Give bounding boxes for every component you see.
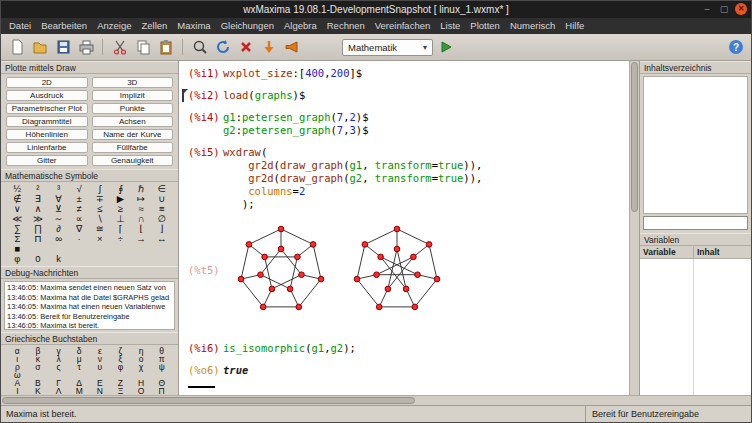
cell-label: (%o6) [179,364,223,377]
greek-letter-button[interactable]: φ [110,363,131,371]
close-button[interactable]: ✕ [735,3,747,15]
cursor-line[interactable] [188,386,215,388]
menu-hilfe[interactable]: Hilfe [560,18,589,34]
new-document-button[interactable] [6,37,27,58]
symbol-button[interactable]: ∞ [48,234,69,244]
find-button[interactable] [189,37,210,58]
cell-bracket[interactable] [182,90,187,102]
menu-numerisch[interactable]: Numerisch [505,18,560,34]
debug-log[interactable]: 13:46:05: Maxima sendet einen neuen Satz… [4,281,175,330]
menu-algebra[interactable]: Algebra [279,18,322,34]
paste-button[interactable] [155,37,176,58]
greek-letter-button[interactable]: χ [131,363,152,371]
draw-button-name-der-kurve[interactable]: Name der Kurve [92,129,174,140]
minimize-button[interactable]: – [701,3,713,15]
left-sidebar: Plotte mittels Draw 2D3DAusdruckImplizit… [1,61,179,395]
code-input[interactable]: wxplot_size:[400,200]$ [223,67,362,80]
draw-button-achsen[interactable]: Achsen [92,116,174,127]
symbol-button[interactable]: ↔ [151,234,172,244]
titlebar[interactable]: wxMaxima 19.08.1-DevelopmentSnapshot [ l… [1,1,751,18]
code-input[interactable]: is_isomorphic(g1,g2); [223,342,356,355]
code-cell[interactable]: (%i6)is_isomorphic(g1,g2); [179,342,629,355]
horizontal-scrollbar[interactable] [1,395,751,405]
menu-zellen[interactable]: Zellen [136,18,172,34]
symbol-button[interactable]: ÷ [110,234,131,244]
code-input[interactable]: g1:petersen_graph(7,2)$g2:petersen_graph… [223,111,368,137]
code-cell[interactable]: (%i1)wxplot_size:[400,200]$ [179,67,629,80]
draw-button-linienfarbe[interactable]: Linienfarbe [6,142,88,153]
menu-maxima[interactable]: Maxima [172,18,215,34]
draw-button-gitter[interactable]: Gitter [6,155,88,166]
toc-filter-input[interactable] [643,216,748,230]
cut-button[interactable] [109,37,130,58]
toc-list[interactable] [643,76,748,214]
petersen-graphs-plot [223,220,443,320]
greek-letter-button[interactable]: ς [48,363,69,371]
greek-letter-button[interactable]: σ [28,363,49,371]
draw-button-2d[interactable]: 2D [6,77,88,88]
code-input[interactable]: load(graphs)$ [223,89,305,102]
interrupt-button[interactable] [235,37,256,58]
window-title: wxMaxima 19.08.1-DevelopmentSnapshot [ l… [243,4,509,15]
symbol-button[interactable]: 0 [28,254,49,264]
vertical-scrollbar[interactable] [629,61,639,395]
draw-panel: Plotte mittels Draw 2D3DAusdruckImplizit… [1,61,178,169]
plot-cell[interactable]: (%t5) [179,220,629,320]
menu-vereinfachen[interactable]: Vereinfachen [370,18,435,34]
symbol-button[interactable]: k [48,254,69,264]
draw-button-parametrischer-plot[interactable]: Parametrischer Plot [6,103,88,114]
code-cell[interactable]: (%i2)load(graphs)$ [179,89,629,102]
draw-button-ausdruck[interactable]: Ausdruck [6,90,88,101]
draw-button-genauigkeit[interactable]: Genauigkeit [92,155,174,166]
cell-label: (%i4) [179,111,223,137]
wxmaxima-window: wxMaxima 19.08.1-DevelopmentSnapshot [ l… [0,0,752,423]
menu-plotten[interactable]: Plotten [465,18,505,34]
horizontal-scrollbar-thumb[interactable] [2,397,415,404]
help-button[interactable]: ? [725,37,746,58]
draw-button-diagrammtitel[interactable]: Diagrammtitel [6,116,88,127]
maximize-button[interactable]: ▢ [718,3,730,15]
menu-rechnen[interactable]: Rechnen [322,18,370,34]
draw-button-3d[interactable]: 3D [92,77,174,88]
menu-anzeige[interactable]: Anzeige [92,18,136,34]
output-value: true [223,364,248,377]
restart-maxima-icon [215,39,231,55]
variables-table-body[interactable] [640,259,751,395]
vertical-scrollbar-thumb[interactable] [631,62,638,212]
cell-type-dropdown[interactable]: Mathematik ▾ [342,39,433,56]
restart-maxima-button[interactable] [212,37,233,58]
draw-button-füllfarbe[interactable]: Füllfarbe [92,142,174,153]
announce-button[interactable] [281,37,302,58]
menu-liste[interactable]: Liste [435,18,465,34]
save-button[interactable] [52,37,73,58]
draw-button-grid: 2D3DAusdruckImplizitParametrischer PlotP… [1,74,178,169]
code-cell[interactable]: (%i4)g1:petersen_graph(7,2)$g2:petersen_… [179,111,629,137]
greek-letter-button[interactable]: υ [90,363,111,371]
menu-datei[interactable]: Datei [4,18,36,34]
draw-button-punkte[interactable]: Punkte [92,103,174,114]
greek-letter-button[interactable]: ψ [151,363,172,371]
symbol-button[interactable]: · [69,234,90,244]
open-button[interactable] [29,37,50,58]
menu-gleichungen[interactable]: Gleichungen [216,18,279,34]
worksheet[interactable]: (%i1)wxplot_size:[400,200]$(%i2)load(gra… [179,61,639,395]
symbol-button[interactable]: Π [28,234,49,244]
follow-button[interactable] [258,37,279,58]
symbol-button[interactable]: φ [7,254,28,264]
draw-button-implizit[interactable]: Implizit [92,90,174,101]
print-button[interactable] [75,37,96,58]
evaluate-button[interactable] [435,37,456,58]
symbol-button[interactable]: × [90,234,111,244]
code-input[interactable]: wxdraw( gr2d(draw_graph(g1, transform=tr… [223,146,482,211]
symbol-button[interactable]: → [131,234,152,244]
greek-letter-button[interactable]: τ [69,363,90,371]
output-cell[interactable]: (%o6)true [179,364,629,377]
draw-button-höhenlinien[interactable]: Höhenlinien [6,129,88,140]
copy-button[interactable] [132,37,153,58]
cell-label: (%i6) [179,342,223,355]
code-cell[interactable]: (%i5)wxdraw( gr2d(draw_graph(g1, transfo… [179,146,629,211]
variables-table-header: Variable Inhalt [640,246,751,259]
cell-container[interactable]: (%i1)wxplot_size:[400,200]$(%i2)load(gra… [179,61,629,395]
menu-bearbeiten[interactable]: Bearbeiten [36,18,92,34]
variables-caption: Variablen [640,233,751,246]
